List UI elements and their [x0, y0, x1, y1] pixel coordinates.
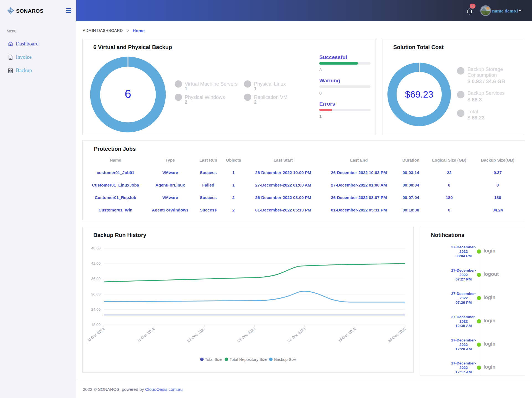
svg-text:$69.23: $69.23 — [405, 89, 433, 99]
svg-text:36.00: 36.00 — [91, 277, 101, 281]
svg-text:18.00: 18.00 — [91, 323, 101, 327]
svg-text:20-Dec-2022: 20-Dec-2022 — [86, 327, 106, 343]
svg-text:48.00: 48.00 — [91, 246, 101, 250]
svg-text:6: 6 — [125, 87, 131, 100]
svg-text:26-Dec-2022: 26-Dec-2022 — [387, 327, 407, 343]
svg-text:30.00: 30.00 — [91, 292, 101, 296]
svg-text:21-Dec-2022: 21-Dec-2022 — [136, 327, 156, 343]
svg-text:Total Size: Total Size — [205, 357, 222, 362]
svg-text:Total Repository Size: Total Repository Size — [230, 357, 267, 362]
svg-text:25-Dec-2022: 25-Dec-2022 — [337, 327, 357, 343]
svg-text:24-Dec-2022: 24-Dec-2022 — [287, 327, 306, 343]
svg-text:42.00: 42.00 — [91, 261, 101, 266]
svg-text:22-Dec-2022: 22-Dec-2022 — [186, 327, 206, 343]
svg-text:Backup Size: Backup Size — [274, 357, 297, 362]
svg-text:24.00: 24.00 — [91, 307, 101, 312]
svg-text:23-Dec-2022: 23-Dec-2022 — [237, 327, 256, 343]
svg-text:S: S — [10, 9, 11, 12]
